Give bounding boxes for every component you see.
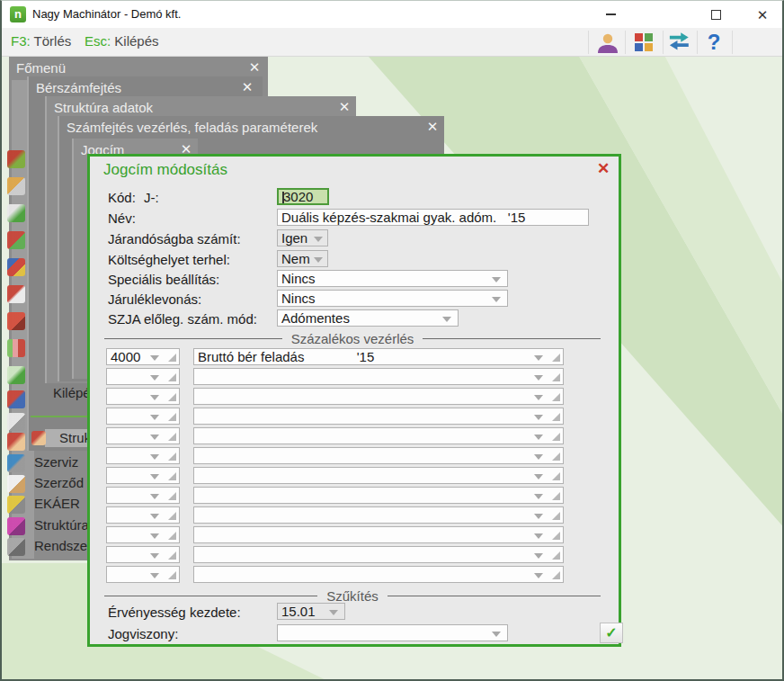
help-icon[interactable]: ?: [702, 31, 726, 53]
bar-chart-icon[interactable]: [7, 339, 25, 357]
percent-code-select[interactable]: [106, 427, 180, 444]
window-struktura-adatok-title: Struktúra adatok: [54, 100, 153, 115]
minimize-button[interactable]: [592, 1, 628, 28]
menu-item-ekaer[interactable]: EKÁER: [34, 496, 80, 511]
clipboard-icon[interactable]: [7, 285, 25, 303]
money-icon[interactable]: [7, 366, 25, 384]
percent-code-select[interactable]: [106, 368, 180, 385]
window-struktura-adatok-close-icon[interactable]: ✕: [336, 99, 352, 114]
window-berszamfejtes-close-icon[interactable]: ✕: [239, 79, 255, 94]
menu-item-kilepes[interactable]: Kilépé: [53, 385, 91, 400]
ervenyesseg-select[interactable]: 15.01: [277, 603, 345, 620]
corner-triangle-icon: [552, 393, 560, 401]
shortcut-label: Kilépés: [114, 33, 158, 49]
cube-icon[interactable]: [7, 258, 25, 276]
corner-triangle-icon: [168, 472, 176, 480]
percent-name-select[interactable]: [193, 447, 564, 464]
close-icon: ✕: [757, 8, 769, 22]
percent-code-select[interactable]: 4000: [106, 348, 180, 365]
corner-triangle-icon: [168, 532, 176, 540]
menu-item-szerviz[interactable]: Szerviz: [34, 454, 78, 470]
percent-name-select[interactable]: [193, 506, 564, 524]
user-icon[interactable]: [596, 31, 619, 53]
kod-prefix-label: J-:: [144, 190, 159, 205]
szja-select[interactable]: Adómentes: [277, 309, 459, 327]
window-berszamfejtes-title: Bérszámfejtés: [36, 80, 121, 95]
basket-icon[interactable]: [7, 150, 25, 168]
menu-item-rendszer[interactable]: Rendsze: [34, 538, 87, 553]
dialog-title: Jogcím módosítás: [103, 161, 227, 179]
corner-triangle-icon: [168, 492, 176, 500]
chevron-down-icon: [534, 474, 543, 479]
corner-triangle-icon: [168, 551, 176, 560]
corner-triangle-icon: [552, 571, 560, 579]
shortcut-exit[interactable]: Esc: Kilépés: [85, 33, 159, 49]
toolbar-separator: [663, 31, 664, 54]
corner-triangle-icon: [168, 354, 176, 362]
percent-name-select[interactable]: [193, 368, 564, 385]
window-fomenu-close-icon[interactable]: ✕: [246, 59, 263, 75]
gears-icon[interactable]: [7, 538, 25, 556]
percent-code-select[interactable]: [106, 566, 180, 583]
nev-input[interactable]: Duális képzés-szakmai gyak. adóm. '15: [277, 209, 589, 226]
percent-name-select[interactable]: [193, 408, 564, 425]
percent-section-header: Százalékos vezérlés: [104, 331, 601, 346]
shortcut-delete[interactable]: F3: Törlés: [11, 33, 71, 49]
house-icon[interactable]: [7, 390, 25, 408]
percent-code-select[interactable]: [106, 408, 180, 425]
cart-icon[interactable]: [7, 177, 25, 195]
specialis-select[interactable]: Nincs: [277, 270, 508, 287]
percent-name-select[interactable]: Bruttó bér feladás '15: [193, 348, 564, 365]
percent-code-select[interactable]: [106, 526, 180, 543]
prism-icon[interactable]: [7, 517, 25, 535]
percent-name-value: Bruttó bér feladás '15: [198, 349, 374, 364]
percent-name-select[interactable]: [193, 526, 564, 543]
chevron-down-icon: [150, 435, 159, 440]
percent-name-select[interactable]: [193, 487, 564, 504]
percent-code-select[interactable]: [106, 467, 180, 484]
chevron-down-icon: [442, 317, 451, 322]
tools-icon[interactable]: [7, 454, 25, 472]
dialog-close-icon[interactable]: ✕: [593, 160, 613, 178]
koltseghely-select[interactable]: Nem: [277, 250, 328, 267]
close-button[interactable]: ✕: [744, 1, 780, 28]
percent-name-select[interactable]: [193, 566, 564, 583]
book-icon[interactable]: [7, 312, 25, 330]
percent-code-select[interactable]: [106, 546, 180, 563]
person-icon[interactable]: [7, 433, 25, 451]
kod-input[interactable]: 3020: [277, 188, 329, 205]
window-szamfejtes-vezerles-close-icon[interactable]: ✕: [424, 119, 441, 134]
percent-code-select[interactable]: [106, 506, 180, 524]
jarulek-select[interactable]: Nincs: [277, 290, 508, 307]
divider: [423, 338, 601, 339]
filter-section-title: Szűkítés: [317, 588, 388, 604]
percent-code-select[interactable]: [106, 388, 180, 405]
swap-arrows-icon[interactable]: [668, 31, 691, 53]
app-window: n Nagy Machinátor - Demó kft. ✕ F3: Törl…: [0, 0, 784, 681]
menu-item-szerzodesek[interactable]: Szerződ: [34, 475, 84, 490]
confirm-button[interactable]: ✓: [600, 623, 623, 643]
ervenyesseg-label: Érvényesség kezdete:: [108, 605, 241, 620]
contract-icon[interactable]: [7, 475, 25, 493]
specialis-label: Speciális beállítás:: [108, 272, 219, 287]
percent-name-select[interactable]: [193, 546, 564, 563]
truck-icon[interactable]: [7, 496, 25, 514]
percent-name-select[interactable]: [193, 388, 564, 405]
jogviszony-select[interactable]: [277, 624, 508, 641]
checkmark-icon: ✓: [605, 625, 617, 641]
shortcut-key: F3:: [11, 33, 31, 49]
menu-item-struktura[interactable]: Struktúra: [34, 517, 89, 533]
jarandosag-select[interactable]: Igen: [277, 229, 328, 246]
chevron-down-icon: [150, 474, 159, 479]
apps-icon[interactable]: [632, 31, 655, 53]
percent-code-select[interactable]: [106, 447, 180, 464]
maximize-button[interactable]: [698, 1, 734, 28]
percent-name-select[interactable]: [193, 427, 564, 444]
percent-code-select[interactable]: [106, 487, 180, 504]
plant-icon[interactable]: [7, 204, 25, 222]
percent-name-select[interactable]: [193, 467, 564, 484]
corner-triangle-icon: [168, 373, 176, 381]
mail-icon[interactable]: [7, 413, 25, 431]
pie-chart-icon[interactable]: [7, 231, 25, 249]
jarulek-value: Nincs: [281, 291, 316, 306]
